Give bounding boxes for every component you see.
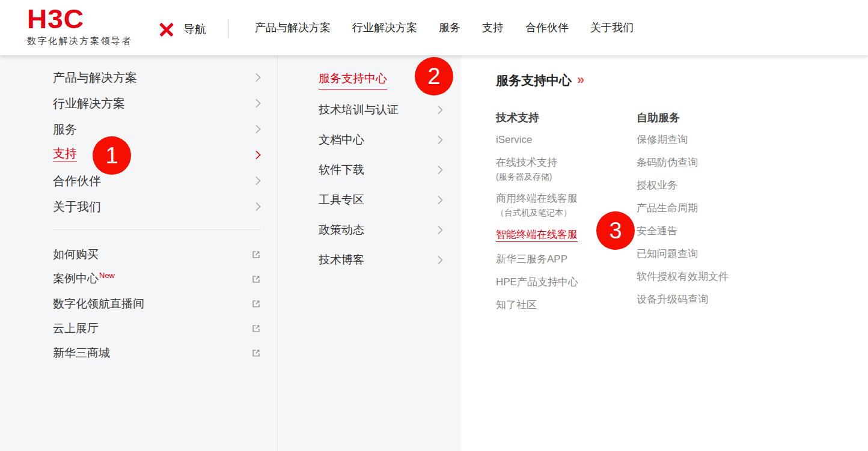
chevron-right-icon xyxy=(438,255,443,265)
top-nav-item-about[interactable]: 关于我们 xyxy=(590,20,634,35)
chevron-right-icon xyxy=(438,105,443,115)
sidebar-item-about[interactable]: 关于我们 xyxy=(0,193,277,219)
header-divider xyxy=(228,20,229,38)
submenu-item-training[interactable]: 技术培训与认证 xyxy=(278,95,461,125)
chevron-right-icon xyxy=(438,195,443,205)
panel-link-zhiliao-community[interactable]: 知了社区 xyxy=(496,300,537,310)
sidebar: 产品与解决方案 行业解决方案 服务 支持 合作伙伴 关于我们 如何购买 xyxy=(0,55,278,451)
nav-close-toggle[interactable]: 导航 xyxy=(159,22,206,37)
submenu: 服务支持中心 技术培训与认证 文档中心 软件下载 工具专区 政策动态 技术博客 xyxy=(278,55,461,451)
sidebar-item-label-active: 支持 xyxy=(53,147,77,162)
column-heading: 自助服务 xyxy=(637,110,777,125)
sidebar-item-partners[interactable]: 合作伙伴 xyxy=(0,168,277,193)
external-link-icon xyxy=(251,348,261,358)
panel-title-link[interactable]: 服务支持中心 » xyxy=(496,72,844,89)
quick-link-label: 新华三商城 xyxy=(53,345,110,361)
panel-link-sub: (服务器及存储) xyxy=(496,172,637,181)
panel-link-product-lifecycle[interactable]: 产品生命周期 xyxy=(637,203,698,214)
header: H3C 数字化解决方案领导者 导航 产品与解决方案 行业解决方案 服务 支持 合… xyxy=(0,0,868,55)
chevron-right-icon xyxy=(255,150,261,160)
chevron-right-icon xyxy=(438,165,443,175)
quick-link-case-center[interactable]: 案例中心New xyxy=(0,267,277,291)
new-badge: New xyxy=(99,271,115,280)
logo-tagline: 数字化解决方案领导者 xyxy=(27,35,132,47)
panel-columns: 技术支持 iService 在线技术支持 (服务器及存储) 商用终端在线客服 （… xyxy=(496,110,844,322)
close-x-icon xyxy=(159,22,174,37)
quick-link-cloud-hall[interactable]: 云上展厅 xyxy=(0,316,277,341)
annotation-badge-1: 1 xyxy=(93,136,131,175)
chevron-right-icon xyxy=(438,135,443,145)
quick-link-livestream[interactable]: 数字化领航直播间 xyxy=(0,291,277,316)
external-link-icon xyxy=(251,324,261,333)
panel-link-barcode-check[interactable]: 条码防伪查询 xyxy=(637,157,698,168)
content-panel: 服务支持中心 » 技术支持 iService 在线技术支持 (服务器及存储) 商… xyxy=(461,55,868,451)
top-nav-item-services[interactable]: 服务 xyxy=(439,20,460,35)
annotation-badge-2: 2 xyxy=(415,57,453,95)
sidebar-item-label: 服务 xyxy=(53,123,77,135)
quick-link-label: 数字化领航直播间 xyxy=(53,296,144,312)
submenu-item-label: 工具专区 xyxy=(319,192,364,208)
sidebar-item-services[interactable]: 服务 xyxy=(0,116,277,142)
panel-link-hpe-support[interactable]: HPE产品支持中心 xyxy=(496,277,578,288)
h3c-logo[interactable]: H3C 数字化解决方案领导者 xyxy=(27,5,132,47)
sidebar-item-label: 合作伙伴 xyxy=(53,175,101,187)
top-nav-item-industry[interactable]: 行业解决方案 xyxy=(352,20,417,35)
submenu-item-label: 软件下载 xyxy=(319,162,364,178)
top-nav-item-partners[interactable]: 合作伙伴 xyxy=(525,20,569,35)
panel-link-smart-terminal[interactable]: 智能终端在线客服 xyxy=(496,229,578,242)
submenu-item-label: 文档中心 xyxy=(319,132,364,148)
annotation-badge-3: 3 xyxy=(596,211,635,250)
panel-link-known-issues[interactable]: 已知问题查询 xyxy=(637,249,698,259)
quick-link-how-to-buy[interactable]: 如何购买 xyxy=(0,242,277,267)
panel-link-iservice[interactable]: iService xyxy=(496,135,532,145)
panel-link-online-tech-support[interactable]: 在线技术支持 xyxy=(496,157,557,168)
external-link-icon xyxy=(251,299,261,309)
sidebar-item-industry[interactable]: 行业解决方案 xyxy=(0,90,277,116)
submenu-item-blog[interactable]: 技术博客 xyxy=(278,245,461,275)
sidebar-item-label: 关于我们 xyxy=(53,201,101,213)
top-nav-item-products[interactable]: 产品与解决方案 xyxy=(255,20,331,35)
panel-link-commercial-terminal[interactable]: 商用终端在线客服 xyxy=(496,193,578,204)
chevron-right-icon xyxy=(255,202,261,211)
submenu-item-docs[interactable]: 文档中心 xyxy=(278,125,461,155)
quick-link-text: 案例中心 xyxy=(53,273,99,285)
panel-link-security-advisories[interactable]: 安全通告 xyxy=(637,226,677,237)
sidebar-item-label: 行业解决方案 xyxy=(53,97,125,109)
chevron-right-icon xyxy=(255,73,261,82)
top-nav: 产品与解决方案 行业解决方案 服务 支持 合作伙伴 关于我们 xyxy=(255,0,634,55)
submenu-item-label: 政策动态 xyxy=(319,222,364,238)
panel-title: 服务支持中心 xyxy=(496,72,572,89)
submenu-item-label-active: 服务支持中心 xyxy=(319,71,387,89)
submenu-item-policy[interactable]: 政策动态 xyxy=(278,215,461,245)
submenu-item-label: 技术博客 xyxy=(319,252,364,268)
chevron-right-icon xyxy=(255,98,261,108)
panel-link-warranty-query[interactable]: 保修期查询 xyxy=(637,135,688,145)
sidebar-item-products[interactable]: 产品与解决方案 xyxy=(0,64,277,90)
sidebar-item-label: 产品与解决方案 xyxy=(53,71,137,83)
double-arrow-icon: » xyxy=(577,73,584,88)
quick-link-label: 案例中心New xyxy=(53,271,115,286)
panel-link-license-validity-file[interactable]: 软件授权有效期文件 xyxy=(637,271,729,282)
chevron-right-icon xyxy=(255,124,261,134)
external-link-icon xyxy=(251,250,261,259)
quick-link-label: 如何购买 xyxy=(53,247,99,262)
chevron-right-icon xyxy=(255,176,261,186)
top-nav-item-support[interactable]: 支持 xyxy=(482,20,504,35)
h3c-logo-text: H3C xyxy=(27,5,132,33)
mega-menu: 产品与解决方案 行业解决方案 服务 支持 合作伙伴 关于我们 如何购买 xyxy=(0,55,868,451)
panel-col-self-service: 自助服务 保修期查询 条码防伪查询 授权业务 产品生命周期 安全通告 已知问题查… xyxy=(637,110,777,322)
column-heading: 技术支持 xyxy=(496,110,637,125)
panel-link-device-upgrade-code[interactable]: 设备升级码查询 xyxy=(637,294,708,305)
external-link-icon xyxy=(251,274,261,284)
panel-link-license-business[interactable]: 授权业务 xyxy=(637,180,677,191)
nav-toggle-label: 导航 xyxy=(183,22,206,37)
panel-link-service-app[interactable]: 新华三服务APP xyxy=(496,254,567,265)
chevron-right-icon xyxy=(438,225,443,235)
sidebar-item-support[interactable]: 支持 xyxy=(0,142,277,168)
sidebar-divider xyxy=(53,229,261,230)
submenu-item-software[interactable]: 软件下载 xyxy=(278,155,461,185)
submenu-item-label: 技术培训与认证 xyxy=(319,102,399,118)
submenu-item-tools[interactable]: 工具专区 xyxy=(278,185,461,215)
quick-link-label: 云上展厅 xyxy=(53,321,99,336)
quick-link-mall[interactable]: 新华三商城 xyxy=(0,341,277,365)
